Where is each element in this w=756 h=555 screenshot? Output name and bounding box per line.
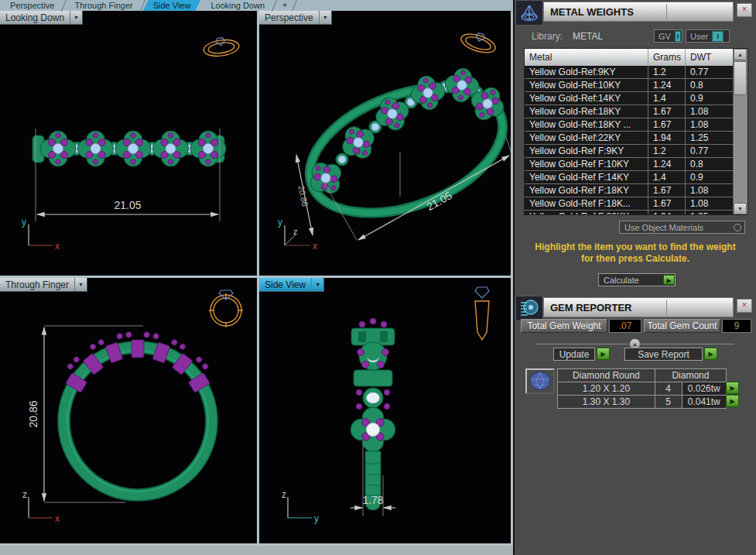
viewport-canvas-perspective[interactable]: 21.05 20.86 y z x xyxy=(259,11,511,276)
metal-dwt-cell: 1.08 xyxy=(686,105,735,118)
metal-grams-cell: 1.94 xyxy=(648,132,686,144)
viewport-side-view: 1.78 z y Side View ▼ xyxy=(259,278,511,543)
metal-name-cell: Yellow Gold-Ref F:9KY xyxy=(525,145,648,157)
viewport-title-through-finger[interactable]: Through Finger ▼ xyxy=(0,278,87,292)
gem-weight-value: 0.026tw xyxy=(688,383,720,394)
metal-table-row[interactable]: Yellow Gold-Ref F:14KY 1.4 0.9 xyxy=(525,171,747,184)
total-gem-count-label: Total Gem Count xyxy=(644,319,720,333)
view-tab-label: Through Finger xyxy=(74,1,132,10)
viewport-title-perspective[interactable]: Perspective ▼ xyxy=(259,11,332,25)
save-report-button[interactable]: Save Report xyxy=(624,348,703,361)
gem-thumbnail[interactable] xyxy=(525,368,555,394)
metal-weights-titlebar: METAL WEIGHTS xyxy=(543,2,734,22)
close-icon[interactable]: × xyxy=(737,299,752,313)
axis-y-label: y xyxy=(22,217,26,228)
use-object-materials-button[interactable]: Use Object Materials xyxy=(619,221,745,234)
update-button[interactable]: Update xyxy=(553,348,595,361)
gem-reporter-header: GEM REPORTER × xyxy=(515,296,754,321)
status-strip xyxy=(0,546,515,555)
chevron-down-icon[interactable]: ▼ xyxy=(70,11,82,24)
view-tab[interactable]: Looking Down xyxy=(200,0,275,11)
metal-table-row[interactable]: Yellow Gold-Ref F:9KY 1.2 0.77 xyxy=(525,145,747,158)
metal-dwt-cell: 0.77 xyxy=(686,66,735,78)
viewport-perspective: 21.05 20.86 y z x Perspective ▼ xyxy=(259,11,511,276)
chevron-down-icon[interactable]: ▼ xyxy=(311,278,323,291)
column-header-dwt[interactable]: DWT xyxy=(686,49,735,66)
view-tab-label: Perspective xyxy=(10,1,54,10)
metal-grams-cell: 1.67 xyxy=(648,184,686,197)
axis-y-label: y xyxy=(314,513,319,524)
metal-table-row[interactable]: Yellow Gold-Ref F:22KY 1.94 1.25 xyxy=(525,211,747,214)
metal-table-row[interactable]: Yellow Gold-Ref F:10KY 1.24 0.8 xyxy=(525,158,747,171)
axis-z-label: z xyxy=(22,489,27,500)
gem-table-row[interactable]: 1.20 X 1.20 4 0.026tw ▶ xyxy=(557,382,727,396)
view-tab[interactable]: Perspective xyxy=(0,0,64,11)
metal-table-scrollbar[interactable]: ▲ ▼ xyxy=(733,49,747,214)
metal-name-cell: Yellow Gold-Ref:14KY xyxy=(525,92,648,104)
gem-table-row[interactable]: 1.30 X 1.30 5 0.041tw ▶ xyxy=(557,396,727,409)
viewport-title-side-view[interactable]: Side View ▼ xyxy=(259,278,324,292)
view-tabs: Perspective Through Finger Side View Loo… xyxy=(0,0,275,11)
viewport-title-looking-down[interactable]: Looking Down ▼ xyxy=(0,11,83,25)
metal-grams-cell: 1.24 xyxy=(648,79,686,91)
metal-table-row[interactable]: Yellow Gold-Ref F:18KY 1.67 1.08 xyxy=(525,184,747,197)
metal-table-body: Yellow Gold-Ref:9KY 1.2 0.77 Yellow Gold… xyxy=(525,66,747,214)
view-tab[interactable]: Through Finger xyxy=(64,0,142,11)
metal-name-cell: Yellow Gold-Ref:18KY ... xyxy=(525,118,648,131)
column-header-grams[interactable]: Grams xyxy=(648,49,686,66)
gem-size-cell: 1.30 X 1.30 xyxy=(558,396,655,408)
gem-row-action-button[interactable]: ▶ xyxy=(726,395,739,407)
viewport-looking-down: 21.05 y x Looking Down ▼ xyxy=(0,11,257,276)
metal-table-row[interactable]: Yellow Gold-Ref F:18K... 1.67 1.08 xyxy=(525,197,747,211)
metal-table-row[interactable]: Yellow Gold-Ref:22KY 1.94 1.25 xyxy=(525,132,747,145)
gem-row-action-button[interactable]: ▶ xyxy=(726,382,739,394)
gem-table-body: 1.20 X 1.20 4 0.026tw ▶ 1.30 X 1.30 5 0.… xyxy=(557,382,727,409)
library-row: Library: METAL GV I User I xyxy=(515,29,756,43)
close-icon[interactable]: × xyxy=(737,3,752,17)
total-gem-weight-label: Total Gem Weight xyxy=(521,319,607,333)
scrollbar-thumb[interactable] xyxy=(734,61,747,95)
metal-dwt-cell: 0.8 xyxy=(686,79,735,91)
metal-grams-cell: 1.67 xyxy=(648,118,686,131)
metal-dwt-cell: 1.08 xyxy=(686,197,735,210)
metal-table-row[interactable]: Yellow Gold-Ref:18KY 1.67 1.08 xyxy=(525,105,747,118)
panel-title: METAL WEIGHTS xyxy=(550,6,634,18)
viewport-canvas-side-view[interactable]: 1.78 z y xyxy=(259,278,511,543)
cplane-ring-icon xyxy=(459,29,498,57)
update-go-button[interactable]: ▶ xyxy=(597,348,610,360)
library-value: METAL xyxy=(573,31,603,42)
metal-weights-table: Metal Grams DWT Yellow Gold-Ref:9KY 1.2 … xyxy=(524,48,748,215)
gem-weight-cell: 0.041tw ▶ xyxy=(682,396,726,408)
scroll-down-icon[interactable]: ▼ xyxy=(734,203,747,214)
gem-header-type: Diamond xyxy=(655,369,726,382)
scroll-up-icon[interactable]: ▲ xyxy=(734,49,747,60)
viewport-canvas-looking-down[interactable]: 21.05 y x xyxy=(0,11,257,276)
chevron-down-icon[interactable]: ▼ xyxy=(74,278,87,291)
gv-toggle-button[interactable]: GV I xyxy=(654,29,682,43)
metal-table-row[interactable]: Yellow Gold-Ref:9KY 1.2 0.77 xyxy=(525,66,747,79)
metal-table-row[interactable]: Yellow Gold-Ref:18KY ... 1.67 1.08 xyxy=(525,118,747,132)
metal-grams-cell: 1.24 xyxy=(648,158,686,170)
column-header-metal[interactable]: Metal xyxy=(525,49,648,66)
axis-x-label: x xyxy=(55,513,60,524)
metal-table-row[interactable]: Yellow Gold-Ref:14KY 1.4 0.9 xyxy=(525,92,747,105)
user-toggle-button[interactable]: User I xyxy=(686,29,730,43)
metal-name-cell: Yellow Gold-Ref F:10KY xyxy=(525,158,648,170)
gem-weight-cell: 0.026tw ▶ xyxy=(682,382,726,395)
metal-grams-cell: 1.4 xyxy=(648,171,686,183)
metal-name-cell: Yellow Gold-Ref F:14KY xyxy=(525,171,648,183)
metal-dwt-cell: 1.25 xyxy=(686,132,735,144)
calculate-button[interactable]: Calculate ▶ xyxy=(598,273,676,286)
chevron-down-icon[interactable]: ▼ xyxy=(319,11,331,24)
metal-table-row[interactable]: Yellow Gold-Ref:10KY 1.24 0.8 xyxy=(525,79,747,92)
viewport-canvas-through-finger[interactable]: 20.86 z x xyxy=(0,278,257,543)
play-icon: ▶ xyxy=(663,275,675,285)
viewport-through-finger: 20.86 z x Through Finger ▼ xyxy=(0,278,257,543)
user-toggle-indicator: I xyxy=(712,31,724,42)
add-viewport-tab-button[interactable]: + xyxy=(275,0,295,11)
viewport-title-text: Side View xyxy=(265,279,306,290)
cplane-ring-icon xyxy=(475,287,489,340)
save-report-go-button[interactable]: ▶ xyxy=(704,348,717,360)
viewport-title-text: Looking Down xyxy=(5,12,64,23)
view-tab[interactable]: Side View xyxy=(143,0,201,11)
